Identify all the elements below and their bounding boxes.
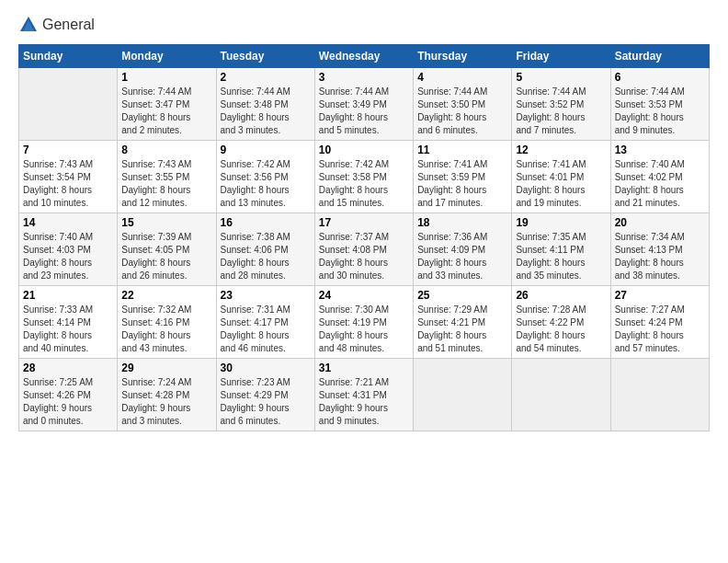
calendar-cell — [19, 68, 118, 141]
day-number: 13 — [615, 144, 705, 156]
day-number: 14 — [23, 216, 113, 229]
day-info: Sunrise: 7:41 AM Sunset: 4:01 PM Dayligh… — [516, 158, 606, 210]
day-number: 17 — [319, 216, 409, 229]
day-number: 29 — [121, 362, 211, 374]
col-tuesday: Tuesday — [216, 45, 314, 68]
calendar-cell: 24Sunrise: 7:30 AM Sunset: 4:19 PM Dayli… — [314, 286, 413, 359]
calendar-cell: 18Sunrise: 7:36 AM Sunset: 4:09 PM Dayli… — [414, 213, 512, 286]
day-info: Sunrise: 7:40 AM Sunset: 4:03 PM Dayligh… — [23, 231, 113, 282]
calendar-cell: 19Sunrise: 7:35 AM Sunset: 4:11 PM Dayli… — [512, 213, 610, 286]
day-info: Sunrise: 7:44 AM Sunset: 3:49 PM Dayligh… — [319, 86, 409, 137]
calendar-cell: 7Sunrise: 7:43 AM Sunset: 3:54 PM Daylig… — [19, 141, 118, 213]
day-info: Sunrise: 7:42 AM Sunset: 3:56 PM Dayligh… — [221, 158, 311, 210]
col-friday: Friday — [512, 45, 610, 68]
col-monday: Monday — [118, 45, 216, 68]
day-info: Sunrise: 7:43 AM Sunset: 3:54 PM Dayligh… — [23, 158, 113, 210]
day-number: 12 — [516, 144, 606, 156]
day-number: 1 — [121, 71, 211, 84]
day-info: Sunrise: 7:34 AM Sunset: 4:13 PM Dayligh… — [615, 231, 705, 282]
day-info: Sunrise: 7:27 AM Sunset: 4:24 PM Dayligh… — [615, 304, 705, 355]
calendar-cell: 28Sunrise: 7:25 AM Sunset: 4:26 PM Dayli… — [19, 359, 118, 431]
day-number: 7 — [23, 144, 113, 156]
day-number: 31 — [319, 362, 409, 374]
logo-text: General — [42, 17, 95, 33]
day-info: Sunrise: 7:44 AM Sunset: 3:47 PM Dayligh… — [121, 86, 211, 137]
day-info: Sunrise: 7:38 AM Sunset: 4:06 PM Dayligh… — [221, 231, 311, 282]
calendar-week-row: 7Sunrise: 7:43 AM Sunset: 3:54 PM Daylig… — [19, 141, 710, 213]
calendar-cell: 12Sunrise: 7:41 AM Sunset: 4:01 PM Dayli… — [512, 141, 610, 213]
col-thursday: Thursday — [414, 45, 512, 68]
day-info: Sunrise: 7:32 AM Sunset: 4:16 PM Dayligh… — [121, 304, 211, 355]
day-info: Sunrise: 7:24 AM Sunset: 4:28 PM Dayligh… — [121, 376, 211, 428]
calendar-cell: 10Sunrise: 7:42 AM Sunset: 3:58 PM Dayli… — [314, 141, 413, 213]
header: General — [18, 15, 710, 35]
calendar-table: Sunday Monday Tuesday Wednesday Thursday… — [18, 44, 710, 431]
day-number: 24 — [319, 289, 409, 302]
day-number: 2 — [221, 71, 311, 84]
day-number: 4 — [417, 71, 507, 84]
calendar-cell: 5Sunrise: 7:44 AM Sunset: 3:52 PM Daylig… — [512, 68, 610, 141]
day-number: 20 — [615, 216, 705, 229]
day-info: Sunrise: 7:35 AM Sunset: 4:11 PM Dayligh… — [516, 231, 606, 282]
day-info: Sunrise: 7:31 AM Sunset: 4:17 PM Dayligh… — [221, 304, 311, 355]
day-info: Sunrise: 7:29 AM Sunset: 4:21 PM Dayligh… — [417, 304, 507, 355]
calendar-cell: 2Sunrise: 7:44 AM Sunset: 3:48 PM Daylig… — [216, 68, 314, 141]
day-info: Sunrise: 7:44 AM Sunset: 3:52 PM Dayligh… — [516, 86, 606, 137]
page: General Sunday Monday Tuesday Wednesday … — [0, 0, 728, 563]
calendar-cell: 15Sunrise: 7:39 AM Sunset: 4:05 PM Dayli… — [118, 213, 216, 286]
calendar-cell: 13Sunrise: 7:40 AM Sunset: 4:02 PM Dayli… — [610, 141, 709, 213]
calendar-cell: 26Sunrise: 7:28 AM Sunset: 4:22 PM Dayli… — [512, 286, 610, 359]
logo-general: General — [42, 17, 95, 33]
day-number: 19 — [516, 216, 606, 229]
day-info: Sunrise: 7:30 AM Sunset: 4:19 PM Dayligh… — [319, 304, 409, 355]
day-number: 27 — [615, 289, 705, 302]
day-number: 11 — [417, 144, 507, 156]
day-number: 16 — [221, 216, 311, 229]
calendar-cell — [610, 359, 709, 431]
day-info: Sunrise: 7:28 AM Sunset: 4:22 PM Dayligh… — [516, 304, 606, 355]
day-number: 30 — [221, 362, 311, 374]
day-info: Sunrise: 7:44 AM Sunset: 3:50 PM Dayligh… — [417, 86, 507, 137]
calendar-cell — [512, 359, 610, 431]
day-info: Sunrise: 7:33 AM Sunset: 4:14 PM Dayligh… — [23, 304, 113, 355]
calendar-cell: 16Sunrise: 7:38 AM Sunset: 4:06 PM Dayli… — [216, 213, 314, 286]
calendar-week-row: 21Sunrise: 7:33 AM Sunset: 4:14 PM Dayli… — [19, 286, 710, 359]
day-number: 25 — [417, 289, 507, 302]
day-info: Sunrise: 7:42 AM Sunset: 3:58 PM Dayligh… — [319, 158, 409, 210]
day-number: 5 — [516, 71, 606, 84]
calendar-cell: 31Sunrise: 7:21 AM Sunset: 4:31 PM Dayli… — [314, 359, 413, 431]
day-info: Sunrise: 7:44 AM Sunset: 3:53 PM Dayligh… — [615, 86, 705, 137]
day-info: Sunrise: 7:43 AM Sunset: 3:55 PM Dayligh… — [121, 158, 211, 210]
calendar-cell: 3Sunrise: 7:44 AM Sunset: 3:49 PM Daylig… — [314, 68, 413, 141]
calendar-cell: 4Sunrise: 7:44 AM Sunset: 3:50 PM Daylig… — [414, 68, 512, 141]
day-number: 22 — [121, 289, 211, 302]
calendar-cell: 30Sunrise: 7:23 AM Sunset: 4:29 PM Dayli… — [216, 359, 314, 431]
day-info: Sunrise: 7:23 AM Sunset: 4:29 PM Dayligh… — [221, 376, 311, 428]
day-number: 28 — [23, 362, 113, 374]
col-saturday: Saturday — [610, 45, 709, 68]
calendar-cell: 20Sunrise: 7:34 AM Sunset: 4:13 PM Dayli… — [610, 213, 709, 286]
col-wednesday: Wednesday — [314, 45, 413, 68]
day-number: 6 — [615, 71, 705, 84]
day-info: Sunrise: 7:37 AM Sunset: 4:08 PM Dayligh… — [319, 231, 409, 282]
logo: General — [18, 15, 95, 35]
day-info: Sunrise: 7:36 AM Sunset: 4:09 PM Dayligh… — [417, 231, 507, 282]
calendar-week-row: 28Sunrise: 7:25 AM Sunset: 4:26 PM Dayli… — [19, 359, 710, 431]
calendar-header-row: Sunday Monday Tuesday Wednesday Thursday… — [19, 45, 710, 68]
calendar-cell: 23Sunrise: 7:31 AM Sunset: 4:17 PM Dayli… — [216, 286, 314, 359]
day-number: 15 — [121, 216, 211, 229]
calendar-cell: 6Sunrise: 7:44 AM Sunset: 3:53 PM Daylig… — [610, 68, 709, 141]
calendar-cell — [414, 359, 512, 431]
logo-icon — [18, 15, 39, 35]
calendar-cell: 21Sunrise: 7:33 AM Sunset: 4:14 PM Dayli… — [19, 286, 118, 359]
calendar-cell: 27Sunrise: 7:27 AM Sunset: 4:24 PM Dayli… — [610, 286, 709, 359]
day-number: 10 — [319, 144, 409, 156]
calendar-cell: 1Sunrise: 7:44 AM Sunset: 3:47 PM Daylig… — [118, 68, 216, 141]
day-number: 21 — [23, 289, 113, 302]
calendar-week-row: 1Sunrise: 7:44 AM Sunset: 3:47 PM Daylig… — [19, 68, 710, 141]
day-info: Sunrise: 7:40 AM Sunset: 4:02 PM Dayligh… — [615, 158, 705, 210]
day-number: 3 — [319, 71, 409, 84]
day-info: Sunrise: 7:25 AM Sunset: 4:26 PM Dayligh… — [23, 376, 113, 428]
calendar-week-row: 14Sunrise: 7:40 AM Sunset: 4:03 PM Dayli… — [19, 213, 710, 286]
calendar-cell: 14Sunrise: 7:40 AM Sunset: 4:03 PM Dayli… — [19, 213, 118, 286]
